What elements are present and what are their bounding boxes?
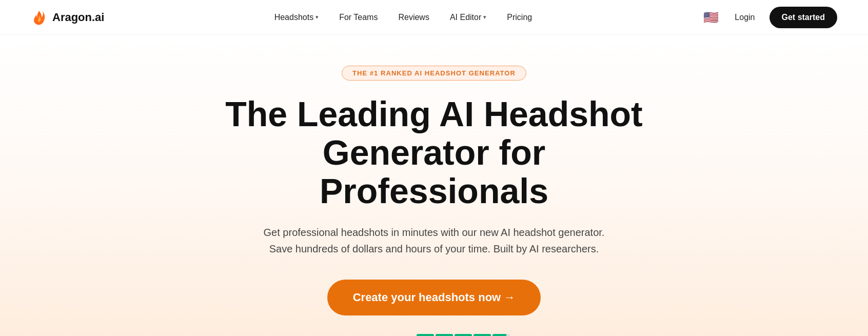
logo-area: Aragon.ai <box>31 9 104 26</box>
star-4 <box>474 334 491 336</box>
headshots-chevron-icon: ▾ <box>315 14 319 21</box>
hero-title: The Leading AI Headshot Generator for Pr… <box>213 95 655 210</box>
navbar: Aragon.ai Headshots ▾ For Teams Reviews … <box>0 0 868 35</box>
nav-ai-editor[interactable]: AI Editor ▾ <box>442 9 495 26</box>
get-started-button[interactable]: Get started <box>770 7 837 28</box>
star-3 <box>455 334 472 336</box>
nav-pricing[interactable]: Pricing <box>499 9 540 26</box>
login-button[interactable]: Login <box>728 9 761 26</box>
nav-for-teams[interactable]: For Teams <box>331 9 386 26</box>
hero-badge: THE #1 RANKED AI HEADSHOT GENERATOR <box>342 66 526 81</box>
star-5-partial <box>492 334 510 336</box>
cta-button[interactable]: Create your headshots now → <box>327 280 541 315</box>
nav-reviews[interactable]: Reviews <box>390 9 437 26</box>
trustpilot-stars <box>417 334 510 336</box>
star-1 <box>417 334 434 336</box>
star-2 <box>436 334 453 336</box>
hero-section: THE #1 RANKED AI HEADSHOT GENERATOR The … <box>0 35 868 336</box>
ai-editor-chevron-icon: ▾ <box>483 14 486 21</box>
logo-flame-icon <box>31 9 47 26</box>
hero-subtitle: Get professional headshots in minutes wi… <box>254 224 614 257</box>
logo-text: Aragon.ai <box>52 11 104 24</box>
nav-headshots[interactable]: Headshots ▾ <box>266 9 327 26</box>
navbar-actions: 🇺🇸 Login Get started <box>702 7 837 28</box>
language-flag-icon[interactable]: 🇺🇸 <box>702 8 720 27</box>
trustpilot-row: ★ Trustpilot <box>358 334 509 336</box>
nav-links: Headshots ▾ For Teams Reviews AI Editor … <box>266 9 541 26</box>
